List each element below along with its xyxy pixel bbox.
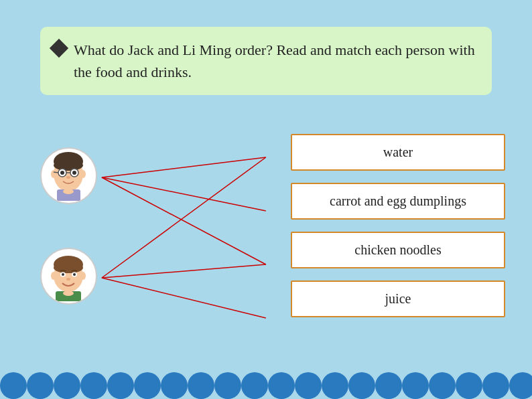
svg-point-19 bbox=[63, 189, 74, 194]
svg-point-17 bbox=[66, 176, 70, 179]
svg-point-13 bbox=[60, 171, 64, 175]
svg-point-10 bbox=[80, 170, 86, 178]
svg-point-22 bbox=[54, 262, 83, 273]
wave-decoration bbox=[0, 352, 532, 399]
svg-point-8 bbox=[54, 160, 83, 171]
svg-line-0 bbox=[102, 157, 266, 177]
carrot-dumplings-box: carrot and egg dumplings bbox=[291, 183, 505, 220]
carrot-dumplings-label: carrot and egg dumplings bbox=[330, 193, 466, 208]
water-box: water bbox=[291, 134, 505, 171]
svg-line-4 bbox=[102, 177, 266, 264]
svg-line-5 bbox=[102, 157, 266, 278]
svg-point-24 bbox=[80, 272, 86, 280]
liming-face bbox=[44, 251, 94, 301]
chicken-noodles-box: chicken noodles bbox=[291, 232, 505, 268]
content-area: water carrot and egg dumplings chicken n… bbox=[40, 134, 505, 375]
svg-point-9 bbox=[51, 170, 56, 178]
jack-face bbox=[44, 151, 94, 201]
food-boxes: water carrot and egg dumplings chicken n… bbox=[291, 134, 505, 329]
instruction-box: What do Jack and Li Ming order? Read and… bbox=[40, 27, 492, 95]
svg-point-31 bbox=[63, 291, 74, 296]
svg-point-14 bbox=[72, 171, 76, 175]
jack-avatar bbox=[40, 147, 101, 208]
water-label: water bbox=[383, 145, 413, 159]
wave-row-1 bbox=[0, 372, 532, 399]
svg-line-1 bbox=[102, 177, 266, 211]
svg-point-29 bbox=[66, 278, 70, 281]
svg-point-27 bbox=[62, 273, 64, 276]
juice-label: juice bbox=[385, 291, 411, 306]
liming-avatar bbox=[40, 248, 101, 308]
chicken-noodles-label: chicken noodles bbox=[354, 242, 441, 257]
svg-point-23 bbox=[51, 272, 56, 280]
svg-line-2 bbox=[102, 264, 266, 278]
svg-line-3 bbox=[102, 278, 266, 318]
svg-point-28 bbox=[73, 273, 76, 276]
instruction-text: What do Jack and Li Ming order? Read and… bbox=[74, 42, 475, 80]
diamond-icon bbox=[50, 39, 68, 58]
juice-box: juice bbox=[291, 281, 505, 317]
svg-line-16 bbox=[54, 172, 58, 173]
